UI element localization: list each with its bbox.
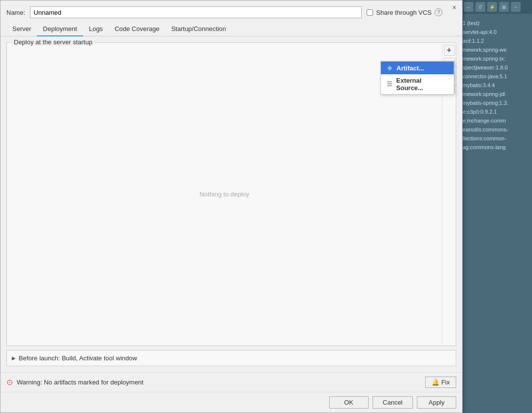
dropdown-item-external-source[interactable]: ☰ External Source... [381, 74, 454, 94]
background-panel: ← // ⚡ ⊞ − 1 (test) servlet-api:4.0 ard:… [461, 0, 532, 413]
bg-list-item: 1 (test) [463, 19, 530, 28]
name-input[interactable] [30, 6, 362, 18]
name-label: Name: [6, 9, 25, 16]
tabs-bar: Server Deployment Logs Code Coverage Sta… [0, 22, 462, 36]
deploy-list: Nothing to deploy [7, 43, 442, 346]
deploy-section: Deploy at the server startup Nothing to … [6, 42, 456, 346]
bg-list-item: servlet-api:4.0 [463, 28, 530, 36]
bg-list-item: ag:commons-lang [463, 143, 530, 152]
bg-split-icon: // [475, 2, 485, 12]
add-deploy-button[interactable]: + ◈ Artifact... ☰ External Source... [444, 45, 455, 56]
help-icon[interactable]: ? [435, 8, 442, 16]
warning-icon: ⊙ [6, 378, 13, 387]
empty-deploy-label: Nothing to deploy [199, 191, 249, 198]
before-launch-header: ▶ Before launch: Build, Activate tool wi… [12, 354, 451, 362]
fix-button[interactable]: 🔔 Fix [425, 377, 456, 388]
bg-list-item: mework:spring-we [463, 45, 530, 54]
bg-list-item: eanutils:commons- [463, 125, 530, 134]
share-vcs-checkbox[interactable] [367, 9, 373, 16]
bg-list-item: connector-java:5.1 [463, 72, 530, 81]
bg-list-item: llections:common- [463, 134, 530, 143]
warning-text: Warning: No artifacts marked for deploym… [17, 379, 421, 386]
bg-list: 1 (test) servlet-api:4.0 ard:1.1.2 mewor… [461, 14, 532, 157]
dialog-content: Deploy at the server startup Nothing to … [0, 36, 462, 372]
bg-list-item: mework:spring-tx: [463, 54, 530, 63]
tab-server[interactable]: Server [6, 22, 37, 36]
tab-logs[interactable]: Logs [83, 22, 109, 36]
run-debug-dialog: × Name: Share through VCS ? Server Deplo… [0, 0, 463, 413]
section-wrapper: Deploy at the server startup Nothing to … [6, 42, 456, 366]
apply-button[interactable]: Apply [417, 396, 456, 409]
before-launch-label: Before launch: Build, Activate tool wind… [19, 354, 137, 362]
share-vcs-container: Share through VCS ? [367, 8, 442, 16]
cancel-button[interactable]: Cancel [373, 396, 413, 409]
bg-toolbar: ← // ⚡ ⊞ − [461, 0, 532, 14]
external-source-icon: ☰ [386, 80, 394, 88]
ok-button[interactable]: OK [329, 396, 369, 409]
collapse-icon[interactable]: ▶ [12, 355, 16, 361]
bg-list-item: mework:spring-jdl [463, 90, 530, 98]
close-button[interactable]: × [450, 3, 458, 11]
tab-code-coverage[interactable]: Code Coverage [109, 22, 165, 36]
bg-back-icon: ← [464, 2, 473, 12]
bg-list-item: mybatis:3.4.4 [463, 81, 530, 90]
artifact-icon: ◈ [386, 64, 394, 72]
bg-list-item: spectjweaver:1.8.0 [463, 63, 530, 72]
deploy-section-title: Deploy at the server startup [12, 38, 94, 46]
bg-layout-icon: ⊞ [499, 2, 509, 12]
share-vcs-label: Share through VCS [376, 9, 432, 16]
add-dropdown-menu: ◈ Artifact... ☰ External Source... [380, 61, 454, 95]
external-source-label: External Source... [396, 77, 448, 92]
artifact-label: Artifact... [397, 64, 424, 72]
bg-list-item: mybatis-spring:1.3. [463, 98, 530, 107]
dialog-footer: OK Cancel Apply [0, 392, 462, 413]
before-launch-section: ▶ Before launch: Build, Activate tool wi… [6, 350, 456, 366]
bg-run-icon: ⚡ [487, 2, 497, 12]
dropdown-item-artifact[interactable]: ◈ Artifact... [381, 62, 454, 74]
dialog-header: Name: Share through VCS ? [0, 0, 462, 22]
deploy-sidebar: + ◈ Artifact... ☰ External Source... [442, 43, 456, 346]
bg-list-item: ard:1.1.2 [463, 36, 530, 45]
tab-startup-connection[interactable]: Startup/Connection [165, 22, 232, 36]
bg-list-item: e:mchange-comm [463, 116, 530, 125]
tab-deployment[interactable]: Deployment [37, 22, 83, 36]
bg-list-item: e:c3p0:0.9.2.1 [463, 107, 530, 116]
warning-bar: ⊙ Warning: No artifacts marked for deplo… [0, 372, 462, 392]
deploy-area: Nothing to deploy + ◈ Artifact... [7, 43, 456, 346]
bg-minus-icon: − [511, 2, 521, 12]
